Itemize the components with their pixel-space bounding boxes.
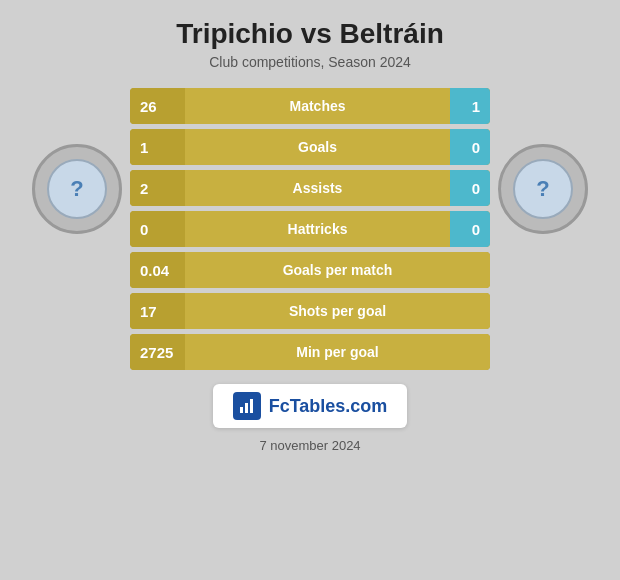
player-right-avatar: ?: [498, 144, 588, 234]
logo-svg: [238, 397, 256, 415]
stat-left-hattricks: 0: [130, 211, 185, 247]
svg-rect-0: [240, 407, 243, 413]
svg-rect-1: [245, 403, 248, 413]
page-subtitle: Club competitions, Season 2024: [209, 54, 411, 70]
comparison-area: ? 26Matches11Goals02Assists00Hattricks00…: [10, 88, 610, 370]
stat-row-hattricks: 0Hattricks0: [130, 211, 490, 247]
stat-label-goals: Goals: [185, 129, 450, 165]
stat-left-goals_per_match: 0.04: [130, 252, 185, 288]
stat-left-goals: 1: [130, 129, 185, 165]
stat-label-assists: Assists: [185, 170, 450, 206]
page-title: Tripichio vs Beltráin: [176, 18, 444, 50]
stat-row-min_per_goal: 2725Min per goal: [130, 334, 490, 370]
footer-date: 7 november 2024: [259, 438, 360, 453]
stat-label-min_per_goal: Min per goal: [185, 334, 490, 370]
stat-row-matches: 26Matches1: [130, 88, 490, 124]
stat-right-assists: 0: [450, 170, 490, 206]
stat-row-goals_per_match: 0.04Goals per match: [130, 252, 490, 288]
player-right-image: ?: [513, 159, 573, 219]
logo-text: FcTables.com: [269, 396, 388, 417]
player-left-avatar: ?: [32, 144, 122, 234]
stat-right-hattricks: 0: [450, 211, 490, 247]
stat-left-shots_per_goal: 17: [130, 293, 185, 329]
stat-right-matches: 1: [450, 88, 490, 124]
stats-table: 26Matches11Goals02Assists00Hattricks00.0…: [130, 88, 490, 370]
stat-row-goals: 1Goals0: [130, 129, 490, 165]
svg-rect-2: [250, 399, 253, 413]
stat-label-hattricks: Hattricks: [185, 211, 450, 247]
page-wrapper: Tripichio vs Beltráin Club competitions,…: [0, 0, 620, 580]
logo-icon: [233, 392, 261, 420]
player-left-image: ?: [47, 159, 107, 219]
stat-label-matches: Matches: [185, 88, 450, 124]
stat-right-goals: 0: [450, 129, 490, 165]
stat-row-shots_per_goal: 17Shots per goal: [130, 293, 490, 329]
stat-label-shots_per_goal: Shots per goal: [185, 293, 490, 329]
stat-left-matches: 26: [130, 88, 185, 124]
stat-row-assists: 2Assists0: [130, 170, 490, 206]
fctables-logo: FcTables.com: [213, 384, 408, 428]
stat-left-min_per_goal: 2725: [130, 334, 185, 370]
stat-label-goals_per_match: Goals per match: [185, 252, 490, 288]
stat-left-assists: 2: [130, 170, 185, 206]
